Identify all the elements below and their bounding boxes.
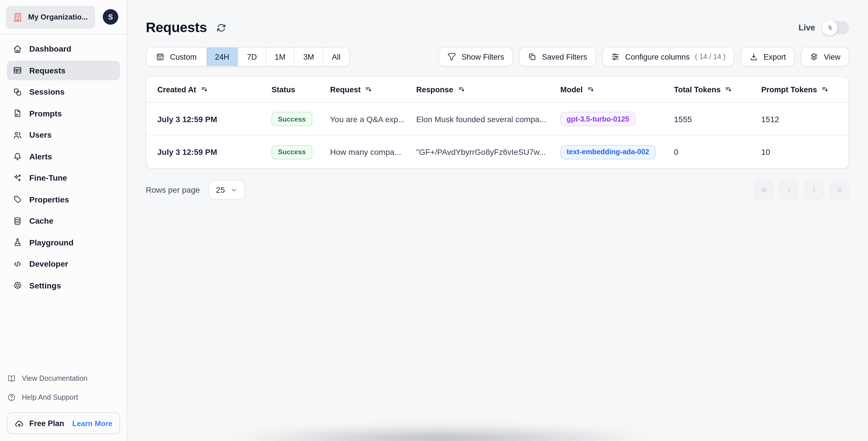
chevron-left-icon <box>784 185 793 194</box>
cell-request: How many compa... <box>330 147 416 157</box>
sidebar-header: My Organizatio... S <box>0 0 127 34</box>
sidebar-item-label: Fine-Tune <box>29 173 67 182</box>
column-header-prompt-tokens[interactable]: Prompt Tokens <box>761 85 848 94</box>
button-suffix: ( 14 / 14 ) <box>695 53 725 61</box>
table-row[interactable]: July 3 12:59 PMSuccessHow many compa..."… <box>146 135 848 168</box>
sidebar-item-users[interactable]: Users <box>7 125 120 144</box>
column-header-created-at[interactable]: Created At <box>157 85 272 94</box>
table-body: July 3 12:59 PMSuccessYou are a Q&A exp.… <box>146 103 848 168</box>
table-footer: Rows per page 25 <box>146 180 849 200</box>
org-switcher[interactable]: My Organizatio... <box>6 5 95 28</box>
sidebar-item-cache[interactable]: Cache <box>7 211 120 231</box>
time-range-label: 24H <box>215 53 229 61</box>
bell-icon <box>12 151 22 161</box>
time-range-1m[interactable]: 1M <box>266 47 294 66</box>
sort-icon <box>200 86 208 94</box>
column-header-model[interactable]: Model <box>560 85 674 94</box>
cloud-upload-icon <box>14 418 24 428</box>
first-page-button[interactable] <box>754 180 773 200</box>
live-toggle[interactable] <box>823 21 849 34</box>
time-range-24h[interactable]: 24H <box>206 47 238 66</box>
view-button[interactable]: View <box>801 47 849 67</box>
sidebar-item-requests[interactable]: Requests <box>7 61 120 80</box>
sort-icon <box>587 86 595 94</box>
configure-columns-button[interactable]: Configure columns( 14 / 14 ) <box>602 47 734 67</box>
sort-icon <box>821 86 829 94</box>
funnel-icon <box>447 52 456 61</box>
column-label: Created At <box>157 85 196 94</box>
sliders-icon <box>611 52 620 61</box>
page-title: Requests <box>146 20 207 36</box>
time-range-label: All <box>332 53 340 61</box>
home-icon <box>12 44 22 54</box>
time-range-7d[interactable]: 7D <box>238 47 266 66</box>
page-header: Requests Live <box>146 19 849 37</box>
sidebar-item-dashboard[interactable]: Dashboard <box>7 39 120 59</box>
sidebar-item-fine-tune[interactable]: Fine-Tune <box>7 168 120 188</box>
footer-link-help-and-support[interactable]: Help And Support <box>7 388 120 407</box>
calendar-icon <box>156 52 165 61</box>
sidebar-item-settings[interactable]: Settings <box>7 276 120 295</box>
requests-table: Created AtStatusRequestResponseModelTota… <box>146 76 849 169</box>
sidebar-item-properties[interactable]: Properties <box>7 190 120 209</box>
footer-link-label: Help And Support <box>22 393 78 401</box>
sidebar-item-prompts[interactable]: Prompts <box>7 103 120 123</box>
cell-total-tokens: 0 <box>674 147 761 157</box>
live-toggle-knob <box>822 20 838 35</box>
rows-per-page-value: 25 <box>216 185 225 194</box>
time-range-label: 7D <box>247 53 257 61</box>
prev-page-button[interactable] <box>779 180 799 200</box>
sparkles-icon <box>12 173 22 183</box>
saved-filters-button[interactable]: Saved Filters <box>519 47 596 67</box>
rows-per-page-select[interactable]: 25 <box>208 180 245 200</box>
show-filters-button[interactable]: Show Filters <box>439 47 513 67</box>
footer-link-label: View Documentation <box>22 374 88 382</box>
sidebar-item-developer[interactable]: Developer <box>7 254 120 274</box>
refresh-button[interactable] <box>216 22 228 34</box>
download-icon <box>749 52 758 61</box>
main-content: Requests Live Custom24H7D1M3MAll Show Fi… <box>127 0 868 441</box>
table-row[interactable]: July 3 12:59 PMSuccessYou are a Q&A exp.… <box>146 103 848 135</box>
column-header-request[interactable]: Request <box>330 85 416 94</box>
sidebar-footer: View DocumentationHelp And Support Free … <box>0 363 127 441</box>
tag-icon <box>12 194 22 204</box>
beaker-icon <box>12 237 22 247</box>
status-badge: Success <box>272 112 312 126</box>
rows-per-page-label: Rows per page <box>146 185 200 194</box>
column-label: Request <box>330 85 361 94</box>
sidebar-item-alerts[interactable]: Alerts <box>7 146 120 166</box>
column-label: Prompt Tokens <box>761 85 817 94</box>
time-range-custom[interactable]: Custom <box>146 47 206 66</box>
cell-prompt-tokens: 1512 <box>761 114 848 124</box>
sidebar-item-sessions[interactable]: Sessions <box>7 82 120 102</box>
sort-icon <box>725 86 733 94</box>
org-name: My Organizatio... <box>28 12 88 21</box>
sidebar-item-label: Requests <box>29 66 65 75</box>
cell-model: gpt-3.5-turbo-0125 <box>560 112 674 126</box>
sidebar-item-label: Prompts <box>29 109 62 118</box>
footer-link-view-documentation[interactable]: View Documentation <box>7 369 120 388</box>
building-icon <box>12 12 23 22</box>
cell-total-tokens: 1555 <box>674 114 761 124</box>
button-label: Show Filters <box>462 53 504 61</box>
last-page-button[interactable] <box>830 180 849 200</box>
table-header-row: Created AtStatusRequestResponseModelTota… <box>146 77 848 103</box>
time-range-label: 3M <box>303 53 314 61</box>
time-range-all[interactable]: All <box>322 47 349 66</box>
model-badge: gpt-3.5-turbo-0125 <box>560 112 636 126</box>
avatar[interactable]: S <box>103 9 118 25</box>
next-page-button[interactable] <box>804 180 824 200</box>
learn-more-link[interactable]: Learn More <box>72 419 113 428</box>
column-header-response[interactable]: Response <box>416 85 560 94</box>
time-range-label: Custom <box>170 53 197 61</box>
plan-box[interactable]: Free Plan Learn More <box>7 412 120 434</box>
sidebar-item-label: Properties <box>29 195 69 204</box>
layers-icon <box>809 52 818 61</box>
time-range-3m[interactable]: 3M <box>294 47 323 66</box>
chevron-double-right-icon <box>835 185 844 194</box>
sidebar-item-playground[interactable]: Playground <box>7 233 120 252</box>
live-control: Live <box>799 21 849 34</box>
column-header-total-tokens[interactable]: Total Tokens <box>674 85 761 94</box>
export-button[interactable]: Export <box>741 47 795 67</box>
cell-model: text-embedding-ada-002 <box>560 145 674 159</box>
